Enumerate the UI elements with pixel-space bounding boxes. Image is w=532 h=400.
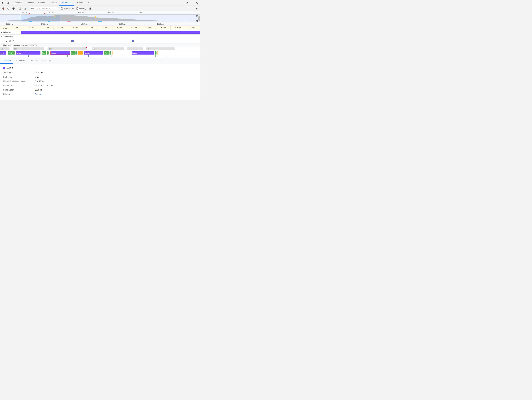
frame-cell-4: 16.7 ms [68, 26, 83, 30]
frame-cell-9: 16.7 ms [141, 26, 156, 30]
initiator-value[interactable]: Reveal [35, 93, 41, 95]
tab-summary[interactable]: Summary [0, 58, 13, 64]
device-toggle-btn[interactable] [6, 1, 10, 5]
layout-block-yellow[interactable] [78, 51, 83, 55]
tab-elements[interactable]: Elements [12, 0, 25, 6]
layout-block-paint-2[interactable] [47, 51, 49, 55]
summary-panel: Layout Total Time 28.30 ms Self Time 5 μ… [0, 64, 200, 100]
layout-shifts-label-text: Layout Shifts [4, 40, 15, 42]
upload-btn[interactable] [18, 6, 22, 11]
layout-shifts-row: Layout Shifts [0, 39, 200, 43]
svg-rect-16 [98, 21, 101, 22]
frames-label: Frames [0, 27, 10, 29]
initiator-key: Initiator [3, 93, 32, 95]
layout-root-red: style [35, 84, 41, 87]
task-1-label: Task [1, 48, 4, 50]
tab-more[interactable]: » [86, 0, 91, 6]
summary-title-row: Layout [3, 67, 197, 69]
indicator-2 [28, 55, 29, 57]
animation-row: ▶ Animation [0, 30, 200, 35]
task-3-flag [86, 47, 87, 48]
selection-overlay[interactable] [21, 15, 60, 22]
capture-settings-btn[interactable] [195, 6, 199, 11]
layout-block-yellow-3[interactable] [157, 51, 158, 55]
memory-checkbox-label[interactable]: Memory [76, 7, 86, 10]
task-block-1[interactable]: Task [0, 47, 10, 50]
scrollbar-track[interactable] [198, 15, 200, 22]
frame-cell-12: 16.7 ms [185, 26, 200, 30]
download-btn[interactable] [23, 6, 27, 11]
animation-track-label[interactable]: ▶ Animation [0, 31, 21, 33]
task-block-4[interactable]: Task [92, 47, 124, 50]
summary-nodes-row: Nodes That Need Layout 5 of 1618 [3, 80, 197, 82]
tab-bottom-up[interactable]: Bottom-Up [13, 58, 27, 64]
reload-btn[interactable] [6, 6, 11, 11]
pending-key: Pending for [3, 89, 32, 91]
svg-point-6 [3, 8, 4, 9]
layout-block-layout-1[interactable]: Layout [16, 51, 40, 55]
total-time-value: 28.30 ms [35, 72, 43, 74]
svg-point-4 [192, 4, 192, 4]
task-5-label: T… [128, 48, 130, 50]
layout-shift-2 [132, 40, 134, 42]
interactions-track-label[interactable]: ▶ Interactions [0, 36, 21, 38]
indicator-row [0, 55, 200, 58]
layout-root-key: Layout root [3, 84, 32, 87]
bottom-tabs: Summary Bottom-Up Call Tree Event Log [0, 58, 200, 64]
frame-cells: ms 16.6 ms 16.7 ms 16.7 ms 16.7 ms 16.7 … [10, 26, 200, 30]
layout-block-lt[interactable]: L…t [0, 51, 6, 55]
memory-checkbox[interactable] [76, 7, 78, 10]
task-block-2[interactable]: Task [13, 47, 44, 50]
layout-block-p2[interactable]: P… [42, 51, 46, 55]
layout-block-paint-5[interactable] [155, 51, 157, 55]
layout-block-paint-1[interactable] [13, 51, 15, 55]
detail-mark-1450: 1450 ms [81, 23, 88, 25]
url-select[interactable]: output.jsbin.com #1 ▼ [30, 7, 59, 10]
settings-btn[interactable] [185, 1, 190, 5]
tab-sources[interactable]: Sources [36, 0, 47, 6]
screenshots-checkbox[interactable] [61, 7, 63, 10]
main-triangle: ▼ [1, 44, 3, 46]
layout-block-p4[interactable]: P… [104, 51, 109, 55]
timeline-overview[interactable]: 1000 ms 2000 ms 3000 ms 4000 ms 5000 ms … [0, 12, 200, 22]
scrollbar-thumb[interactable] [198, 16, 200, 21]
layout-block-layout-4[interactable]: Layout [132, 51, 154, 55]
clear-recordings-btn[interactable]: 🗑 [88, 6, 92, 11]
screenshots-checkbox-label[interactable]: Screenshots [61, 7, 74, 10]
summary-color-indicator [3, 67, 5, 69]
performance-toolbar: output.jsbin.com #1 ▼ Screenshots Memory… [0, 6, 200, 12]
layout-block-layout-3[interactable]: Layout [84, 51, 103, 55]
layout-block-paint-4[interactable] [109, 51, 111, 55]
layout-block-p3[interactable]: P… [71, 51, 76, 55]
frame-cell-8: 16.7 ms [127, 26, 141, 30]
layout-block-pt[interactable]: P…t [8, 51, 13, 55]
more-options-btn[interactable] [190, 1, 194, 5]
tab-event-log[interactable]: Event Log [40, 58, 54, 64]
cpu-net-area: CPU NET [0, 15, 200, 22]
main-header[interactable]: ▼ Main — https://output.jsbin.com/elisum… [0, 43, 200, 47]
layout-block-selected[interactable]: Layout [51, 51, 70, 55]
task-3-label: Task [48, 48, 51, 50]
summary-title-text: Layout [7, 67, 13, 69]
tab-performance[interactable]: Performance [59, 0, 74, 6]
layout-block-paint-3[interactable] [76, 51, 77, 55]
layout-block-yellow-2[interactable] [112, 51, 113, 55]
tab-memory[interactable]: Memory [74, 0, 86, 6]
cursor-icon-btn[interactable] [1, 1, 5, 5]
red-marker-2 [44, 13, 45, 14]
tab-console[interactable]: Console [25, 0, 36, 6]
tab-network[interactable]: Network [47, 0, 59, 6]
task-block-3[interactable]: Task [48, 47, 87, 50]
task-4-label: Task [93, 48, 96, 50]
layout-root-value: style#jsbin-css [35, 84, 53, 87]
task-block-6[interactable]: Task [146, 47, 175, 50]
indicator-5 [112, 55, 112, 57]
tab-call-tree[interactable]: Call Tree [27, 58, 40, 64]
ruler-mark-4000: 4000 ms [108, 12, 114, 13]
ruler-mark-2000: 2000 ms [49, 12, 55, 13]
clear-btn[interactable] [12, 6, 16, 11]
task-block-5[interactable]: T… [127, 47, 143, 50]
indicator-3 [67, 55, 68, 57]
close-btn[interactable] [195, 1, 199, 5]
record-btn[interactable] [1, 6, 5, 11]
